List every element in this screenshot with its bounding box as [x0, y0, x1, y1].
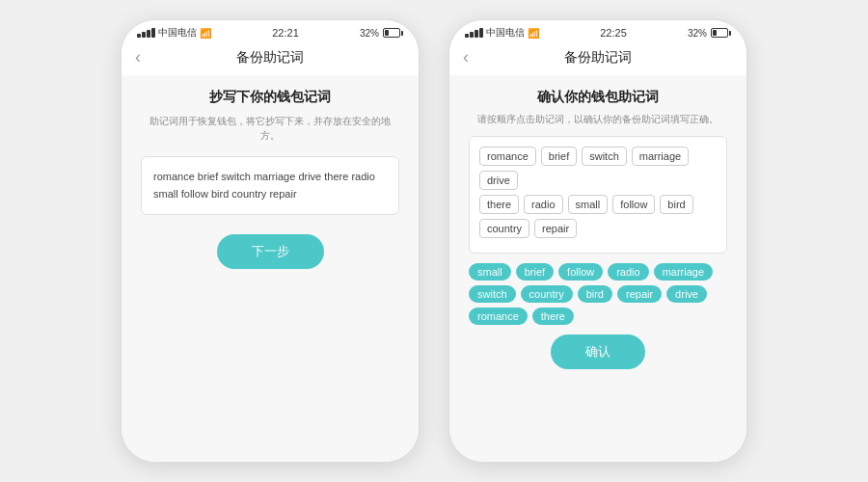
- phone-2: 中国电信 📶 22:25 32% ‹ 备份助记词 确认你的钱包助记词 请按顺序点…: [448, 19, 747, 463]
- shuffle-word[interactable]: brief: [516, 263, 554, 281]
- wifi-icon-2: 📶: [528, 28, 539, 39]
- word-tag[interactable]: follow: [612, 195, 655, 214]
- status-left-1: 中国电信 📶: [137, 26, 211, 40]
- nav-bar-2: ‹ 备份助记词: [449, 43, 746, 75]
- signal-icon: [137, 28, 155, 38]
- battery-icon-1: [383, 28, 403, 38]
- mnemonic-box: romance brief switch marriage drive ther…: [141, 156, 399, 215]
- shuffle-word[interactable]: repair: [617, 285, 662, 303]
- shuffle-word[interactable]: drive: [666, 285, 707, 303]
- screen1-subtitle: 助记词用于恢复钱包，将它抄写下来，并存放在安全的地 方。: [141, 114, 399, 143]
- word-tag[interactable]: bird: [660, 195, 692, 214]
- status-right-2: 32%: [688, 28, 731, 39]
- wifi-icon-1: 📶: [200, 28, 211, 39]
- word-tag[interactable]: there: [479, 195, 519, 214]
- word-row-2: there radio small follow bird: [479, 195, 717, 214]
- word-tag[interactable]: radio: [524, 195, 562, 214]
- word-tag[interactable]: switch: [582, 147, 627, 166]
- screen-content-2: 确认你的钱包助记词 请按顺序点击助记词，以确认你的备份助记词填写正确。 roma…: [449, 75, 746, 462]
- screen-content-1: 抄写下你的钱包记词 助记词用于恢复钱包，将它抄写下来，并存放在安全的地 方。 r…: [122, 75, 419, 462]
- shuffle-word[interactable]: country: [521, 285, 573, 303]
- status-bar-1: 中国电信 📶 22:21 32%: [122, 20, 419, 43]
- shuffle-word[interactable]: small: [469, 263, 511, 281]
- shuffle-word[interactable]: switch: [469, 285, 516, 303]
- confirm-button[interactable]: 确认: [551, 335, 645, 369]
- battery-pct-2: 32%: [688, 28, 707, 39]
- screen2-heading: 确认你的钱包助记词: [469, 89, 727, 106]
- screen2-subtitle: 请按顺序点击助记词，以确认你的备份助记词填写正确。: [469, 112, 727, 126]
- status-left-2: 中国电信 📶: [465, 26, 539, 40]
- word-tag[interactable]: country: [479, 219, 529, 238]
- battery-pct-1: 32%: [360, 28, 379, 39]
- signal-icon-2: [465, 28, 483, 38]
- carrier-1: 中国电信: [158, 26, 197, 40]
- shuffle-area: small brief follow radio marriage switch…: [469, 263, 727, 325]
- battery-icon-2: [711, 28, 731, 38]
- carrier-2: 中国电信: [486, 26, 525, 40]
- word-tag[interactable]: romance: [479, 147, 536, 166]
- nav-title-2: 备份助记词: [564, 49, 632, 67]
- time-1: 22:21: [272, 27, 299, 39]
- status-right-1: 32%: [360, 28, 403, 39]
- back-button-2[interactable]: ‹: [463, 47, 486, 67]
- nav-title-1: 备份助记词: [236, 49, 304, 67]
- phones-container: 中国电信 📶 22:21 32% ‹ 备份助记词 抄写下你的钱包记词 助记词用于…: [121, 19, 747, 463]
- shuffle-word[interactable]: follow: [558, 263, 603, 281]
- word-row-3: country repair: [479, 219, 717, 238]
- shuffle-word[interactable]: bird: [578, 285, 612, 303]
- nav-bar-1: ‹ 备份助记词: [122, 43, 419, 75]
- back-button-1[interactable]: ‹: [135, 47, 158, 67]
- screen1-heading: 抄写下你的钱包记词: [141, 89, 399, 106]
- word-tag[interactable]: small: [568, 195, 609, 214]
- shuffle-word[interactable]: romance: [469, 308, 528, 325]
- phone-1: 中国电信 📶 22:21 32% ‹ 备份助记词 抄写下你的钱包记词 助记词用于…: [121, 19, 420, 463]
- shuffle-word[interactable]: there: [532, 308, 574, 325]
- shuffle-word[interactable]: radio: [608, 263, 648, 281]
- shuffle-word[interactable]: marriage: [654, 263, 713, 281]
- word-tag[interactable]: repair: [534, 219, 577, 238]
- word-tag[interactable]: marriage: [632, 147, 689, 166]
- word-grid-box: romance brief switch marriage drive ther…: [469, 136, 727, 254]
- next-button[interactable]: 下一步: [217, 234, 324, 269]
- time-2: 22:25: [600, 27, 627, 39]
- word-tag[interactable]: drive: [479, 171, 518, 190]
- status-bar-2: 中国电信 📶 22:25 32%: [449, 20, 746, 43]
- word-row-1: romance brief switch marriage drive: [479, 147, 717, 190]
- word-tag[interactable]: brief: [541, 147, 577, 166]
